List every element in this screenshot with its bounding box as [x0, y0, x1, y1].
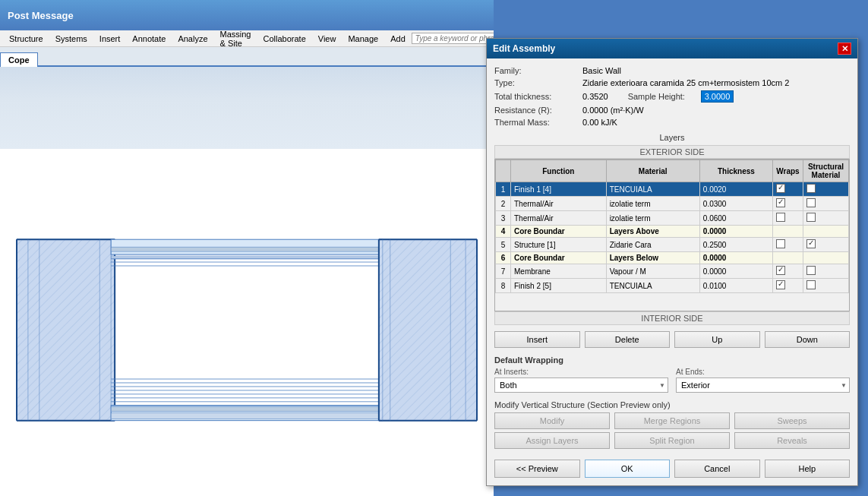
up-button[interactable]: Up: [674, 331, 760, 348]
at-ends-col: At Ends: Exterior None Interior Both ▼: [676, 368, 850, 393]
type-value: Zidarie exterioara caramida 25 cm+termos…: [582, 78, 789, 87]
row-wraps[interactable]: [773, 211, 803, 226]
thermal-mass-row: Thermal Mass: 0.00 kJ/K: [494, 118, 850, 127]
row-wraps[interactable]: [773, 197, 803, 211]
row-structural[interactable]: [803, 238, 849, 252]
row-function: Membrane: [511, 264, 607, 279]
table-row[interactable]: 4Core BoundarLayers Above0.0000: [496, 226, 849, 238]
row-num: 7: [496, 264, 511, 279]
structural-checkbox[interactable]: [806, 198, 816, 207]
row-function: Core Boundar: [511, 252, 607, 264]
row-material: TENCUIALA: [606, 182, 699, 197]
ok-button[interactable]: OK: [585, 460, 671, 478]
menu-collaborate[interactable]: Collaborate: [257, 33, 312, 45]
at-inserts-container[interactable]: Both None Exterior Interior ▼: [494, 378, 668, 393]
row-wraps[interactable]: [773, 279, 803, 293]
wraps-checkbox[interactable]: [776, 239, 785, 248]
wrapping-section: Default Wrapping At Inserts: Both None E…: [494, 355, 850, 393]
search-box[interactable]: [412, 33, 494, 44]
app-title: Post Message: [8, 10, 74, 21]
row-thickness: 0.0000: [699, 252, 772, 264]
delete-button[interactable]: Delete: [585, 331, 671, 348]
sample-height-label: Sample Height:: [628, 92, 696, 101]
cancel-button[interactable]: Cancel: [674, 460, 760, 478]
row-wraps[interactable]: [773, 238, 803, 252]
wraps-checkbox[interactable]: [776, 213, 785, 222]
menu-insert[interactable]: Insert: [93, 33, 127, 45]
row-wraps[interactable]: [773, 226, 803, 238]
type-label: Type:: [494, 78, 578, 87]
col-structural: Structural Material: [803, 160, 849, 182]
help-button[interactable]: Help: [765, 460, 851, 478]
ribbon-tabs: Cope: [0, 47, 494, 67]
table-row[interactable]: 5Structure [1]Zidarie Cara0.2500: [496, 238, 849, 252]
at-ends-label: At Ends:: [676, 368, 850, 376]
dialog-close-button[interactable]: ✕: [838, 43, 851, 55]
preview-button[interactable]: << Preview: [494, 460, 580, 478]
family-value: Basic Wall: [582, 66, 621, 75]
menu-manage[interactable]: Manage: [342, 33, 384, 45]
menu-structure[interactable]: Structure: [3, 33, 49, 45]
at-ends-select[interactable]: Exterior None Interior Both: [676, 378, 850, 393]
table-row[interactable]: 6Core BoundarLayers Below0.0000: [496, 252, 849, 264]
row-num: 1: [496, 182, 511, 197]
layers-table-wrapper[interactable]: Function Material Thickness Wraps Struct…: [494, 159, 850, 311]
structural-checkbox[interactable]: [806, 266, 816, 275]
table-row[interactable]: 7MembraneVapour / M0.0000: [496, 264, 849, 279]
row-structural[interactable]: [803, 252, 849, 264]
modify-button[interactable]: Modify: [494, 412, 610, 429]
row-thickness: 0.0020: [699, 182, 772, 197]
modify-button-row-2: Assign Layers Split Region Reveals: [494, 432, 850, 449]
down-button[interactable]: Down: [765, 331, 851, 348]
table-row[interactable]: 3Thermal/Airizolatie term0.0600: [496, 211, 849, 226]
menu-analyze[interactable]: Analyze: [172, 33, 213, 45]
structural-checkbox[interactable]: [806, 184, 816, 193]
merge-regions-button[interactable]: Merge Regions: [614, 412, 730, 429]
table-row[interactable]: 1Finish 1 [4]TENCUIALA0.0020: [496, 182, 849, 197]
menu-add[interactable]: Add: [384, 33, 412, 45]
table-row[interactable]: 2Thermal/Airizolatie term0.0300: [496, 197, 849, 211]
type-row: Type: Zidarie exterioara caramida 25 cm+…: [494, 78, 850, 87]
row-wraps[interactable]: [773, 252, 803, 264]
row-thickness: 0.0100: [699, 279, 772, 293]
row-structural[interactable]: [803, 182, 849, 197]
thermal-mass-value: 0.00 kJ/K: [582, 118, 617, 127]
structural-checkbox[interactable]: [806, 280, 816, 289]
menu-annotate[interactable]: Annotate: [126, 33, 172, 45]
row-structural[interactable]: [803, 226, 849, 238]
thermal-mass-label: Thermal Mass:: [494, 118, 578, 127]
edit-assembly-dialog: Edit Assembly ✕ Family: Basic Wall Type:…: [486, 38, 858, 486]
menu-massing[interactable]: Massing & Site: [214, 28, 257, 49]
app-header: Post Message: [0, 0, 494, 30]
structural-checkbox[interactable]: [806, 213, 816, 222]
reveals-button[interactable]: Reveals: [734, 432, 850, 449]
insert-button[interactable]: Insert: [494, 331, 580, 348]
wraps-checkbox[interactable]: [776, 184, 785, 193]
modify-section-title: Modify Vertical Structure (Section Previ…: [494, 400, 850, 409]
row-wraps[interactable]: [773, 264, 803, 279]
row-structural[interactable]: [803, 197, 849, 211]
row-function: Core Boundar: [511, 226, 607, 238]
svg-rect-16: [111, 407, 383, 412]
interior-side-label: INTERIOR SIDE: [494, 311, 850, 325]
dialog-title: Edit Assembly: [493, 43, 555, 54]
menu-view[interactable]: View: [312, 33, 342, 45]
structural-checkbox[interactable]: [806, 239, 816, 248]
row-structural[interactable]: [803, 211, 849, 226]
row-structural[interactable]: [803, 264, 849, 279]
tab-cope[interactable]: Cope: [0, 52, 38, 67]
assign-layers-button[interactable]: Assign Layers: [494, 432, 610, 449]
split-region-button[interactable]: Split Region: [614, 432, 730, 449]
row-structural[interactable]: [803, 279, 849, 293]
sample-height-value[interactable]: 3.0000: [701, 90, 734, 103]
wraps-checkbox[interactable]: [776, 280, 785, 289]
wraps-checkbox[interactable]: [776, 198, 785, 207]
search-input[interactable]: [415, 34, 494, 43]
table-row[interactable]: 8Finish 2 [5]TENCUIALA0.0100: [496, 279, 849, 293]
sweeps-button[interactable]: Sweeps: [734, 412, 850, 429]
menu-systems[interactable]: Systems: [49, 33, 93, 45]
wraps-checkbox[interactable]: [776, 266, 785, 275]
at-ends-container[interactable]: Exterior None Interior Both ▼: [676, 378, 850, 393]
row-wraps[interactable]: [773, 182, 803, 197]
at-inserts-select[interactable]: Both None Exterior Interior: [494, 378, 668, 393]
